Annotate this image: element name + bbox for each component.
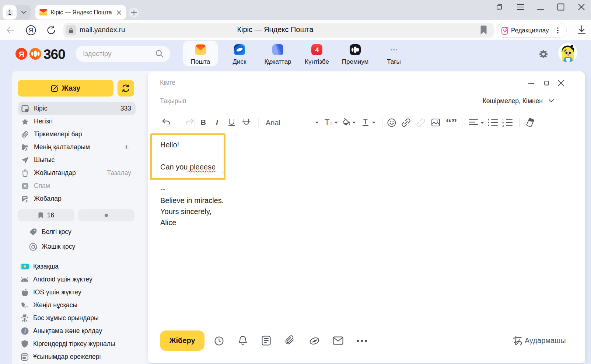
svg-text:“”: “” xyxy=(446,118,457,127)
svg-text:i: i xyxy=(24,329,26,334)
svg-text:T: T xyxy=(363,118,368,126)
svg-text:3: 3 xyxy=(502,124,504,127)
svg-text:T: T xyxy=(325,118,329,127)
svg-text:Arial: Arial xyxy=(266,119,280,127)
svg-text:Я: Я xyxy=(19,50,24,58)
svg-text:I: I xyxy=(216,118,218,126)
svg-text:B: B xyxy=(200,118,206,126)
svg-text:1: 1 xyxy=(8,10,11,16)
svg-text:т: т xyxy=(330,120,332,126)
svg-text:4: 4 xyxy=(315,46,319,54)
